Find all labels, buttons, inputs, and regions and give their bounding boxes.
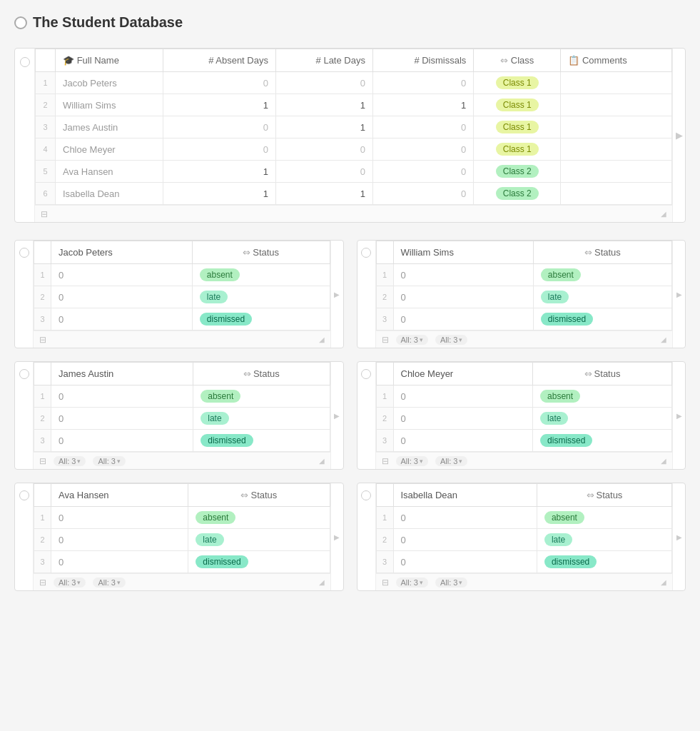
william-expand-icon[interactable]: ◢ [661,336,666,343]
chloe-expand-icon[interactable]: ◢ [661,457,666,465]
comments-cell [561,161,672,183]
row-num-cell: 3 [36,116,56,138]
ava-status-col[interactable]: ⇔Status [188,484,330,507]
isabella-status-col[interactable]: ⇔Status [537,484,671,507]
jacob-checkbox-area [15,241,34,348]
jacob-name-col[interactable]: Jacob Peters [51,241,193,264]
ava-right-expand[interactable]: ▶ [330,483,343,590]
name-cell: William Sims [56,94,163,116]
sub-table-row: 1 0 absent [376,507,672,529]
james-all-col2[interactable]: All: 3 ▾ [93,456,125,466]
sub-table-row: 3 0 dismissed [376,551,672,573]
class-link-icon: ⇔ [500,55,511,66]
sub-status-cell: late [192,286,330,308]
james-right-expand[interactable]: ▶ [330,362,343,469]
james-status-col[interactable]: ⇔Status [193,363,330,385]
ava-all-col2[interactable]: All: 3 ▾ [93,578,125,588]
james-name-col[interactable]: James Austin [51,363,193,385]
chloe-all-col2[interactable]: All: 3 ▾ [435,456,467,466]
chloe-right-expand[interactable]: ▶ [672,362,685,469]
william-filter-icon[interactable]: ⊟ [382,335,389,345]
sub-table-chloe: Chloe Meyer ⇔Status 1 0 absent 2 0 late … [357,361,686,470]
william-all-col1[interactable]: All: 3 ▾ [396,335,428,345]
sub-value-cell: 0 [51,286,193,308]
comments-cell [561,94,672,116]
william-status-col[interactable]: ⇔Status [533,241,671,264]
isabella-right-expand[interactable]: ▶ [672,483,685,590]
jacob-filter-icon[interactable]: ⊟ [39,335,46,345]
main-col-late[interactable]: # Late Days [275,49,372,72]
sub-value-cell: 0 [51,507,188,529]
william-all-col2[interactable]: All: 3 ▾ [435,335,467,345]
sub-table-william: William Sims ⇔Status 1 0 absent 2 0 late… [357,240,686,348]
status-badge: late [196,533,223,546]
main-right-arrow: ▶ [676,130,683,141]
ava-table-area: Ava Hansen ⇔Status 1 0 absent 2 0 late 3… [34,483,330,590]
isabella-all-col1[interactable]: All: 3 ▾ [396,578,428,588]
jacob-expand-icon[interactable]: ◢ [319,336,325,343]
ava-footer: ⊟ All: 3 ▾ All: 3 ▾ ◢ [34,573,330,590]
ava-expand-icon[interactable]: ◢ [319,578,325,586]
sub-row-num: 1 [34,507,51,529]
isabella-header-row: Isabella Dean ⇔Status [376,484,672,507]
sub-table-row: 2 0 late [34,529,330,551]
william-right-expand[interactable]: ▶ [672,241,685,348]
james-rownum-col [34,363,51,385]
late-cell: 0 [275,138,372,161]
absent-cell: 1 [163,183,276,205]
ava-checkbox[interactable] [19,490,29,500]
sub-row-num: 3 [376,430,393,452]
william-checkbox[interactable] [361,248,371,258]
ava-footer-left: ⊟ All: 3 ▾ All: 3 ▾ [39,578,126,588]
sub-status-cell: late [533,286,671,308]
main-table-wrapper: 🎓 Full Name # Absent Days # Late Days # … [35,49,672,205]
main-col-class[interactable]: ⇔ Class [474,49,561,72]
sub-grid-row2: James Austin ⇔Status 1 0 absent 2 0 late… [14,361,686,470]
jacob-right-expand[interactable]: ▶ [330,241,343,348]
james-all-col1[interactable]: All: 3 ▾ [54,456,86,466]
chloe-checkbox[interactable] [361,369,371,379]
isabella-checkbox[interactable] [361,490,371,500]
status-badge: dismissed [544,555,597,568]
absent-cell: 1 [163,94,276,116]
chloe-filter-icon[interactable]: ⊟ [382,456,389,466]
jacob-status-col[interactable]: ⇔Status [192,241,330,264]
sub-table-row: 2 0 late [34,408,330,430]
main-expand-icon[interactable]: ◢ [661,210,666,218]
chloe-footer: ⊟ All: 3 ▾ All: 3 ▾ ◢ [376,452,673,469]
james-checkbox[interactable] [19,369,29,379]
main-table-row: 5 Ava Hansen 1 0 0 Class 2 [36,161,672,183]
isabella-name-col[interactable]: Isabella Dean [393,484,537,507]
main-table-footer: ⊟ ◢ [35,205,672,222]
main-col-comments[interactable]: 📋 Comments [561,49,672,72]
status-badge: absent [196,511,235,524]
sub-table-row: 3 0 dismissed [34,308,330,331]
james-expand-icon[interactable]: ◢ [319,457,325,465]
sub-row-num: 1 [376,507,393,529]
ava-name-col[interactable]: Ava Hansen [51,484,188,507]
main-select-checkbox[interactable] [20,57,30,67]
william-name-col[interactable]: William Sims [393,241,533,264]
main-col-fullname[interactable]: 🎓 Full Name [56,49,163,72]
chloe-all-col1[interactable]: All: 3 ▾ [396,456,428,466]
chloe-name-col[interactable]: Chloe Meyer [393,363,533,385]
main-filter-icon[interactable]: ⊟ [41,209,48,219]
main-col-absent[interactable]: # Absent Days [163,49,276,72]
isabella-expand-icon[interactable]: ◢ [661,578,666,586]
jacob-checkbox[interactable] [19,248,29,258]
row-num-cell: 6 [36,183,56,205]
main-col-dismissals[interactable]: # Dismissals [372,49,473,72]
sub-value-cell: 0 [393,286,533,308]
chloe-status-col[interactable]: ⇔Status [533,363,672,385]
class-badge: Class 1 [496,76,539,89]
james-filter-icon[interactable]: ⊟ [39,456,46,466]
comments-icon: 📋 [568,55,582,66]
main-right-expand[interactable]: ▶ [672,49,685,222]
ava-filter-icon[interactable]: ⊟ [39,578,46,588]
isabella-footer-left: ⊟ All: 3 ▾ All: 3 ▾ [382,578,468,588]
sub-value-cell: 0 [51,408,193,430]
william-header-row: William Sims ⇔Status [376,241,672,264]
ava-all-col1[interactable]: All: 3 ▾ [54,578,86,588]
isabella-filter-icon[interactable]: ⊟ [382,578,389,588]
isabella-all-col2[interactable]: All: 3 ▾ [435,578,467,588]
